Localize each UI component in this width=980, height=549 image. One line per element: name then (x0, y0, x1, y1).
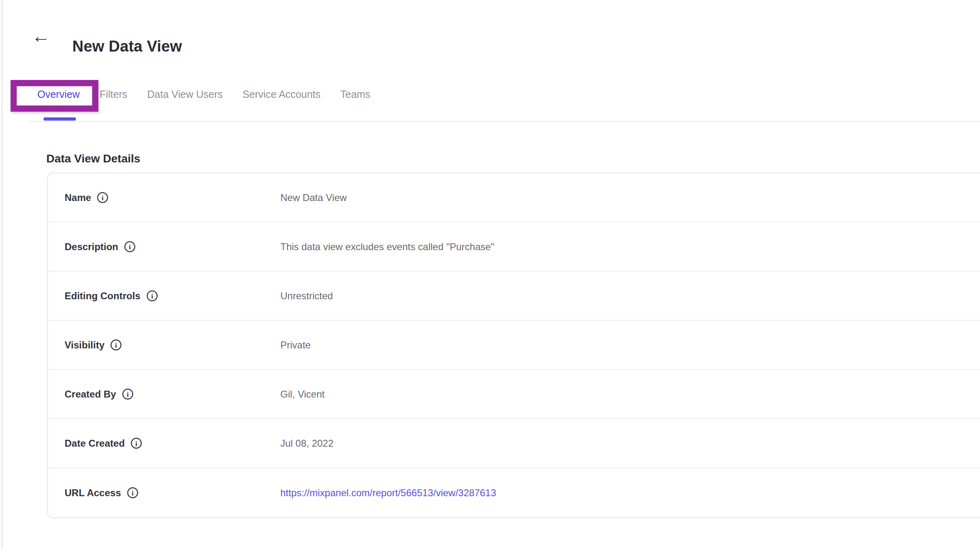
info-icon[interactable]: i (127, 487, 139, 499)
page-title: New Data View (72, 38, 182, 55)
row-value: This data view excludes events called "P… (280, 241, 494, 253)
data-view-details-card: Name i New Data View Description i This … (47, 173, 980, 518)
detail-row-created-by: Created By i Gil, Vicent (48, 370, 980, 419)
tab-service-accounts[interactable]: Service Accounts (243, 89, 321, 100)
tab-bar: Overview Filters Data View Users Service… (37, 89, 370, 100)
detail-row-editing-controls: Editing Controls i Unrestricted (48, 272, 980, 321)
tab-bar-divider (27, 121, 980, 122)
back-arrow-icon[interactable]: ← (32, 27, 50, 45)
url-access-link[interactable]: https://mixpanel.com/report/566513/view/… (280, 487, 496, 499)
svg-text:i: i (129, 243, 131, 251)
detail-row-visibility: Visibility i Private (48, 321, 980, 370)
page-left-border (2, 0, 2, 549)
data-view-settings-page: { "header": { "back_icon": "←", "title":… (0, 0, 980, 549)
row-value: Unrestricted (280, 290, 333, 302)
tab-overview[interactable]: Overview (37, 89, 80, 100)
active-tab-indicator (43, 117, 76, 121)
info-icon[interactable]: i (122, 388, 134, 400)
row-value: Jul 08, 2022 (280, 438, 334, 449)
row-value: Gil, Vicent (280, 389, 325, 400)
info-icon[interactable]: i (110, 339, 122, 351)
svg-text:i: i (127, 390, 129, 398)
tab-data-view-users[interactable]: Data View Users (147, 89, 223, 100)
row-label: Created By (65, 389, 116, 400)
section-heading: Data View Details (46, 152, 140, 165)
detail-row-name: Name i New Data View (48, 173, 980, 223)
row-label: Name (65, 192, 91, 203)
row-value: Private (280, 339, 311, 351)
row-value: New Data View (280, 192, 347, 203)
detail-row-date-created: Date Created i Jul 08, 2022 (48, 419, 980, 468)
info-icon[interactable]: i (146, 290, 158, 302)
row-label: Date Created (65, 438, 125, 449)
tab-teams[interactable]: Teams (340, 89, 371, 100)
row-label: URL Access (65, 487, 121, 499)
svg-text:i: i (151, 292, 153, 300)
row-label: Visibility (65, 339, 104, 351)
row-label: Editing Controls (65, 290, 141, 302)
info-icon[interactable]: i (97, 192, 108, 203)
row-label: Description (65, 241, 118, 253)
tab-filters[interactable]: Filters (100, 89, 127, 100)
svg-text:i: i (135, 439, 137, 447)
info-icon[interactable]: i (124, 241, 136, 253)
detail-row-description: Description i This data view excludes ev… (48, 223, 980, 272)
detail-row-url-access: URL Access i https://mixpanel.com/report… (48, 468, 980, 517)
info-icon[interactable]: i (130, 437, 142, 449)
svg-text:i: i (102, 194, 104, 202)
svg-text:i: i (132, 489, 134, 497)
svg-text:i: i (115, 341, 117, 349)
